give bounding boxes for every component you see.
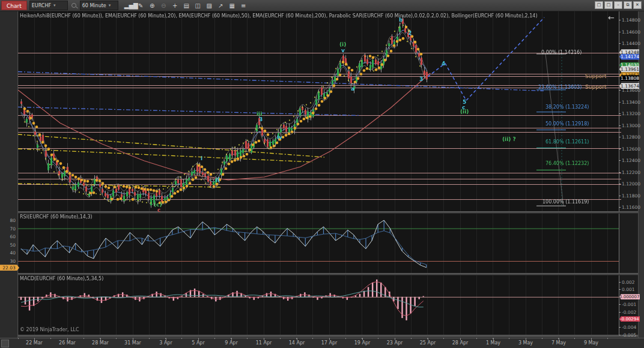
price-axis-tick: 1.11600: [622, 205, 640, 210]
time-axis-minor-tick: [149, 338, 150, 339]
time-axis-minor-tick: [231, 338, 231, 339]
time-axis-minor-tick: [18, 338, 19, 339]
time-axis-label: 14 Apr: [289, 340, 305, 346]
toolbar-icons: ▂▅▇✎⊕⊖+▤◫▨↗▦≡: [124, 1, 249, 10]
time-axis-minor-tick: [411, 338, 412, 339]
chart-tab[interactable]: Chart: [1, 1, 27, 10]
time-axis-minor-tick: [133, 338, 133, 339]
time-axis-minor-tick: [509, 338, 509, 339]
time-axis-minor-tick: [116, 338, 117, 339]
time-axis-tick: [166, 338, 166, 340]
ninjatrader-chart-window: Chart EURCHF ▾ 60 Minute ▾ ▂▅▇✎⊕⊖+▤◫▨↗▦≡…: [0, 0, 644, 348]
time-axis-minor-tick: [67, 338, 68, 339]
time-axis-tick: [362, 338, 363, 340]
strategies-icon[interactable]: ▦: [227, 1, 237, 10]
rsi-scale-tick: 30: [5, 259, 16, 264]
window-cascade-button[interactable]: □: [604, 1, 613, 9]
time-axis-tick: [297, 338, 297, 340]
elliott-wave-label: 3: [419, 76, 423, 82]
time-axis-label: 23 Apr: [387, 340, 403, 346]
time-axis-label: 3 Apr: [159, 340, 172, 346]
time-axis-minor-tick: [558, 338, 559, 339]
indicators-icon[interactable]: ↗: [216, 1, 226, 10]
toolbar: Chart EURCHF ▾ 60 Minute ▾ ▂▅▇✎⊕⊖+▤◫▨↗▦≡…: [0, 0, 644, 11]
properties-icon[interactable]: ≡: [238, 1, 249, 10]
price-axis-tick: 1.12200: [622, 170, 640, 175]
time-axis-label: 9 Apr: [225, 340, 237, 346]
search-icon[interactable]: [70, 2, 77, 9]
zoom-out-icon[interactable]: ⊖: [159, 1, 169, 10]
price-axis-tick: 1.13000: [622, 123, 640, 128]
time-axis-label: 28 Apr: [452, 340, 469, 346]
data-series-icon[interactable]: ◫: [193, 1, 203, 10]
time-axis-minor-tick: [395, 338, 395, 339]
time-axis-minor-tick: [378, 338, 378, 339]
minimize-button[interactable]: –: [614, 1, 622, 9]
fib-retracement-label: 50.00% (1.12918): [545, 121, 589, 127]
panel-separator-macd[interactable]: [18, 273, 638, 275]
time-axis-minor-tick: [443, 338, 444, 339]
elliott-wave-label: (ii): [460, 109, 469, 115]
rsi-scale-tick: 80: [5, 218, 16, 223]
time-axis-label: 9 May: [584, 340, 598, 346]
chart-plot-area[interactable]: [18, 11, 619, 335]
search-handle: [76, 7, 78, 9]
price-level-mark: [619, 184, 621, 185]
zoom-in-icon[interactable]: ⊕: [147, 1, 157, 10]
chart-trader-icon[interactable]: ▨: [204, 1, 214, 10]
interval-select[interactable]: 60 Minute ▾: [80, 1, 118, 10]
time-axis-minor-tick: [591, 338, 592, 339]
time-axis-label: 28 Mar: [92, 340, 109, 346]
time-axis-minor-tick: [247, 338, 248, 339]
fib-retracement-label: 61.80% (1.12611): [545, 139, 589, 145]
instrument-select[interactable]: EURCHF ▾: [29, 1, 68, 10]
price-level-mark: [619, 199, 621, 200]
macd-scale-tick: -0.002: [622, 310, 636, 315]
rsi-panel-label: RSI(EURCHF (60 Minute),14,3): [20, 214, 93, 220]
price-axis-tick: 1.12600: [622, 146, 640, 152]
fib-retracement-label: 76.40% (1.12232): [545, 161, 589, 166]
window-tile-button[interactable]: □: [595, 1, 603, 9]
time-axis-minor-tick: [214, 338, 215, 339]
elliott-wave-label: iv: [277, 134, 282, 140]
time-axis-tick: [493, 338, 494, 340]
rsi-scale-tick: 50: [5, 242, 16, 248]
time-axis-minor-tick: [165, 338, 166, 339]
chart-style-icon[interactable]: ▂▅▇: [124, 1, 135, 10]
macd-scale-tick: -0.004: [622, 325, 636, 330]
time-axis-tick: [231, 338, 232, 340]
time-axis-minor-tick: [476, 338, 477, 339]
time-axis-minor-tick: [345, 338, 346, 339]
close-button[interactable]: ✕: [633, 1, 642, 9]
time-axis-minor-tick: [34, 338, 35, 339]
restore-button[interactable]: ⧉: [624, 1, 632, 9]
time-axis-minor-tick: [460, 338, 461, 339]
price-axis-tick: 1.13400: [622, 100, 640, 105]
fib-retracement-label: 100.00% (1.11619): [542, 199, 589, 205]
rsi-current-tag: 22.03: [0, 265, 19, 271]
time-axis-minor-tick: [296, 338, 297, 339]
price-axis-tick: 1.11800: [622, 193, 640, 199]
report-icon[interactable]: ▤: [181, 1, 192, 10]
price-level-mark: [619, 132, 621, 133]
panel-separator-rsi[interactable]: [18, 211, 638, 214]
price-level-mark: [619, 179, 621, 179]
time-axis-tick: [428, 338, 428, 340]
macd-scale-tick: -0.005: [622, 332, 636, 338]
time-axis-minor-tick: [100, 338, 100, 339]
elliott-wave-label: 3: [259, 116, 263, 122]
go-to-latest-arrow-icon[interactable]: ←: [608, 13, 615, 22]
time-axis-minor-tick: [280, 338, 281, 339]
elliott-wave-label: c: [157, 207, 160, 213]
window-buttons: □□–⧉✕: [595, 1, 642, 9]
price-axis-tick: 1.14600: [622, 29, 640, 35]
crosshair-icon[interactable]: +: [170, 1, 180, 10]
draw-tools-icon[interactable]: ✎: [136, 1, 146, 10]
rsi-scale-tick: 60: [5, 234, 16, 239]
chevron-down-icon: ▾: [109, 2, 111, 10]
price-tag: 1.13674: [619, 83, 639, 89]
time-axis-minor-tick: [542, 338, 542, 339]
time-axis-minor-tick: [264, 338, 264, 339]
time-axis-minor-tick: [362, 338, 362, 339]
price-tag: 1.14174: [619, 54, 639, 60]
